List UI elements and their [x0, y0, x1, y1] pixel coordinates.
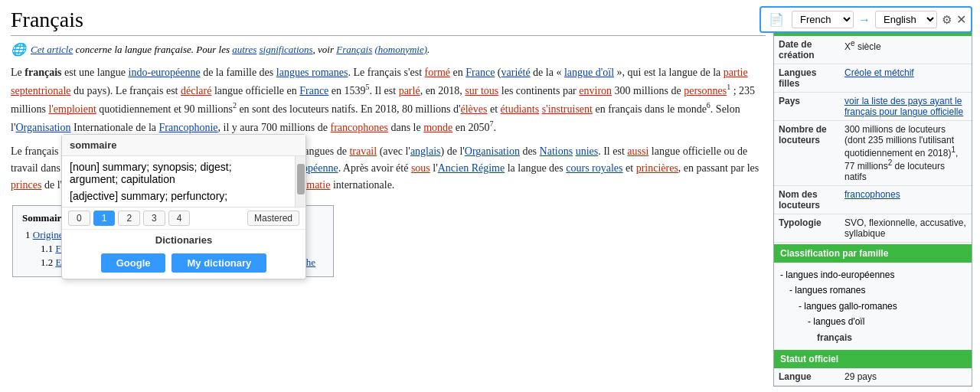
sidebar-tree: - langues indo-européennes - langues rom…	[774, 263, 972, 350]
translator-bar: 📄 French Spanish German → English French…	[760, 6, 972, 33]
link-francophones[interactable]: francophones	[844, 189, 900, 200]
link-etudiants[interactable]: étudiants	[501, 103, 540, 115]
dict-nav-btn-2[interactable]: 2	[118, 211, 140, 226]
infobox-row-langue: Langue 29 pays	[774, 368, 972, 386]
link-sur[interactable]: sur tous	[465, 85, 498, 96]
dict-entry-noun: [noun] summary; synopsis; digest; argume…	[70, 161, 287, 185]
page-title: Français	[11, 8, 766, 36]
link-princes[interactable]: princes	[11, 179, 41, 191]
tree-item-0: - langues indo-européennes	[780, 267, 965, 283]
statut-header: Statut officiel	[774, 350, 972, 368]
settings-gear-icon-btn[interactable]: ⚙	[942, 13, 952, 27]
infobox-value-langues-filles: Créole et métchif	[844, 67, 967, 89]
link-personnes[interactable]: personnes	[684, 85, 727, 96]
link-travail[interactable]: travail	[349, 145, 377, 157]
link-unies[interactable]: unies	[576, 145, 599, 157]
notice-link-significations[interactable]: significations	[260, 44, 313, 55]
dict-text-area: [noun] summary; synopsis; digest; argume…	[62, 156, 295, 207]
link-princieres[interactable]: princières	[636, 162, 678, 174]
infobox-value-nom-locuteurs: francophones	[844, 189, 967, 211]
infobox-label-langues-filles: Langues filles	[779, 67, 840, 89]
notice-link-francais[interactable]: Français	[336, 44, 372, 55]
sommaire-num-12: 1.2	[41, 256, 53, 268]
infobox-label-date: Date de création	[779, 39, 840, 60]
tree-link-indo[interactable]: langues indo-européennes	[786, 270, 894, 280]
link-langues-romanes[interactable]: langues romanes	[276, 67, 348, 78]
link-francophones[interactable]: francophones	[331, 122, 388, 133]
link-nations[interactable]: Nations	[540, 145, 573, 157]
link-variete[interactable]: variété	[501, 67, 531, 78]
dict-scrollbar-track[interactable]	[295, 156, 305, 207]
link-sinstruisent[interactable]: s'instruisent	[542, 103, 593, 115]
classification-header: Classification par famille	[774, 244, 972, 263]
dict-pos-adj: [adjective] summary; perfunctory;	[70, 190, 227, 202]
tree-item-1: - langues romanes	[780, 283, 965, 298]
link-environ[interactable]: environ	[579, 85, 612, 96]
infobox-row-pays: Pays voir la liste des pays ayant le fra…	[774, 93, 972, 121]
tree-link-doil[interactable]: langues d'oïl	[813, 316, 864, 327]
link-organisation[interactable]: Organisation	[15, 122, 70, 133]
link-eleves[interactable]: élèves	[461, 103, 488, 115]
target-language-select[interactable]: English French Spanish	[875, 11, 937, 28]
link-monde[interactable]: monde	[423, 122, 452, 133]
main-layout: Français 🌐 Cet article concerne la langu…	[0, 0, 980, 387]
dict-scrollbar-thumb[interactable]	[297, 164, 305, 194]
infobox-label-pays: Pays	[779, 96, 840, 117]
dict-entry-adj: [adjective] summary; perfunctory;	[70, 190, 287, 202]
infobox-value-locuteurs: 300 millions de locuteurs (dont 235 mill…	[844, 124, 967, 182]
link-anglais[interactable]: anglais	[410, 145, 441, 157]
infobox-row-langues-filles: Langues filles Créole et métchif	[774, 64, 972, 93]
dict-navigation: 0 1 2 3 4 Mastered	[62, 207, 305, 229]
sidebar: Français 🌐 Date de création Xe siècle La…	[773, 8, 972, 387]
link-declare[interactable]: déclaré	[181, 85, 211, 96]
link-aussi[interactable]: aussi	[627, 145, 648, 157]
infobox-label-nom-locuteurs: Nom des locuteurs	[779, 189, 840, 211]
infobox: Français 🌐 Date de création Xe siècle La…	[773, 8, 972, 387]
dict-dictionaries-label: Dictionaries	[62, 229, 305, 249]
infobox-row-locuteurs: Nombre de locuteurs 300 millions de locu…	[774, 121, 972, 186]
tree-link-romanes[interactable]: langues romanes	[795, 285, 865, 296]
link-indo-europeenne[interactable]: indo-européenne	[129, 67, 201, 78]
link-cours-royales[interactable]: cours royales	[566, 162, 622, 174]
translate-arrow-icon: →	[858, 13, 871, 27]
dict-nav-btn-3[interactable]: 3	[143, 211, 165, 226]
dict-google-btn[interactable]: Google	[101, 253, 166, 273]
infobox-value-date: Xe siècle	[844, 39, 967, 60]
link-forme[interactable]: formé	[425, 67, 450, 78]
link-sous[interactable]: sous	[411, 162, 430, 174]
link-francophonie[interactable]: Francophonie	[159, 122, 218, 133]
tree-item-4: français	[780, 330, 965, 345]
link-partie-septentrionale[interactable]: partie septentrionale	[11, 67, 748, 96]
dict-nav-btn-4[interactable]: 4	[168, 211, 191, 226]
notice-link-article[interactable]: Cet article	[31, 44, 73, 55]
link-france[interactable]: France	[466, 67, 495, 78]
link-parle[interactable]: parlé	[399, 85, 420, 96]
tree-item-3: - langues d'oïl	[780, 314, 965, 329]
infobox-label-locuteurs: Nombre de locuteurs	[779, 124, 840, 182]
link-ancien-regime[interactable]: Ancien Régime	[438, 162, 505, 174]
link-onu[interactable]: Organisation	[465, 145, 520, 157]
link-creole-metychif[interactable]: Créole et métchif	[844, 67, 914, 78]
link-langue-doil[interactable]: langue d'oïl	[564, 67, 614, 78]
notice-link-autres[interactable]: autres	[232, 44, 256, 55]
notice-text: Cet article concerne la langue française…	[31, 44, 430, 56]
infobox-row-typologie: Typologie SVO, flexionnelle, accusative,…	[774, 214, 972, 243]
dict-mydict-btn[interactable]: My dictionary	[172, 253, 266, 273]
dict-nav-btn-1[interactable]: 1	[93, 211, 116, 226]
close-translator-btn[interactable]: ✕	[956, 12, 966, 27]
dict-noun2: argument; capitulation	[70, 173, 175, 185]
article-para-1: Le français est une langue indo-européen…	[11, 64, 766, 137]
infobox-label-langue: Langue	[779, 371, 840, 382]
dict-mastered-btn[interactable]: Mastered	[247, 211, 299, 226]
infobox-value-langue: 29 pays	[844, 371, 967, 382]
notice-link-homonymie[interactable]: (homonymie)	[374, 44, 427, 55]
save-page-icon-btn[interactable]: 📄	[766, 11, 787, 28]
link-france2[interactable]: France	[299, 85, 328, 96]
link-liste-pays[interactable]: voir la liste des pays ayant le français…	[844, 96, 963, 117]
tree-link-gallo[interactable]: langues gallo-romanes	[804, 301, 897, 312]
source-language-select[interactable]: French Spanish German	[792, 11, 854, 28]
globe-icon: 🌐	[11, 42, 26, 57]
link-emploient[interactable]: l'emploient	[48, 103, 96, 115]
dict-scrollbar-area: [noun] summary; synopsis; digest; argume…	[62, 156, 305, 207]
dict-nav-btn-0[interactable]: 0	[68, 211, 90, 226]
